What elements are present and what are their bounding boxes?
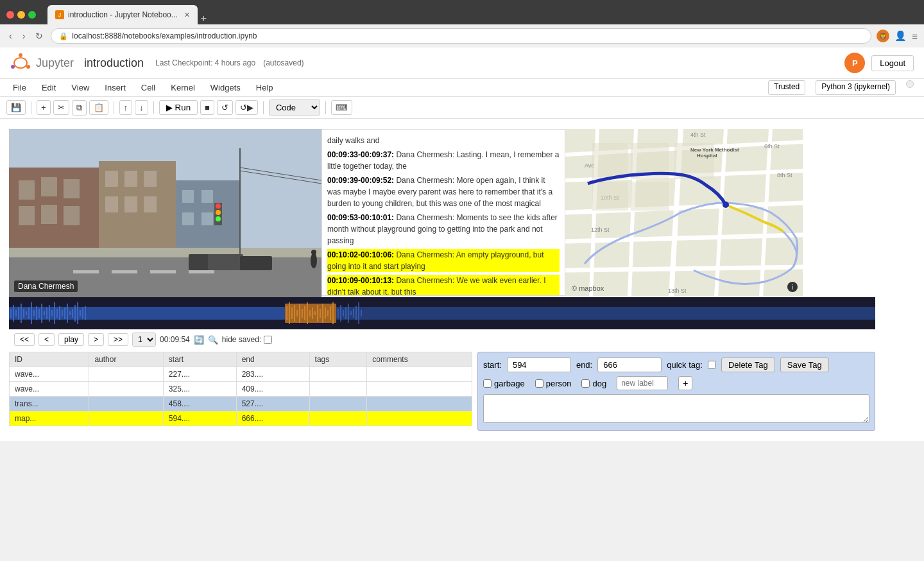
svg-rect-96: [77, 302, 78, 324]
svg-rect-6: [19, 180, 35, 200]
save-button[interactable]: 💾: [6, 100, 26, 115]
comments-textarea[interactable]: [483, 394, 869, 423]
next-button[interactable]: >: [88, 333, 104, 346]
end-input[interactable]: [597, 358, 662, 372]
checkpoint-status: Last Checkpoint: 4 hours ago: [155, 58, 255, 67]
svg-point-0: [19, 53, 22, 57]
dog-label[interactable]: dog: [581, 379, 606, 388]
close-traffic-light[interactable]: [6, 11, 14, 19]
interrupt-button[interactable]: ■: [200, 100, 214, 115]
cell-tags: [309, 397, 367, 411]
svg-rect-17: [124, 196, 137, 212]
svg-rect-21: [201, 190, 213, 203]
cut-cell-button[interactable]: ✂: [53, 100, 69, 115]
garbage-checkbox[interactable]: [483, 379, 492, 388]
speed-select[interactable]: 1: [132, 332, 156, 347]
jupyter-brand: Jupyter: [36, 56, 74, 70]
table-tagpanel-row: ID author start end tags comments: [9, 352, 875, 431]
keyboard-shortcut-button[interactable]: ⌨: [331, 100, 352, 115]
trusted-label: Trusted: [768, 80, 805, 95]
cell-type-select[interactable]: Code: [269, 99, 320, 116]
person-label[interactable]: person: [535, 379, 572, 388]
browser-tab-active[interactable]: J introduction - Jupyter Noteboo... ✕: [47, 5, 198, 24]
svg-rect-114: [320, 309, 321, 318]
transcript-panel[interactable]: daily walks and 00:09:33-00:09:37: Dana …: [321, 129, 565, 296]
autosave-icon: 🔄: [194, 335, 204, 345]
menu-kernel[interactable]: Kernel: [168, 80, 198, 95]
svg-rect-14: [124, 171, 137, 187]
garbage-text: garbage: [494, 379, 525, 388]
menu-widgets[interactable]: Widgets: [208, 80, 243, 95]
table-row[interactable]: wave... 227.... 283....: [10, 367, 472, 382]
person-text: person: [546, 379, 572, 388]
run-icon: ▶: [166, 103, 173, 112]
restart-button[interactable]: ↺: [217, 100, 233, 115]
play-button[interactable]: play: [58, 333, 84, 346]
svg-rect-112: [314, 311, 316, 315]
mapbox-attribution: © mapbox: [572, 284, 604, 292]
save-tag-button[interactable]: Save Tag: [780, 358, 829, 372]
col-header-end: end: [236, 352, 309, 367]
svg-rect-111: [312, 307, 313, 319]
dog-checkbox[interactable]: [581, 379, 590, 388]
logout-button[interactable]: Logout: [871, 55, 914, 71]
svg-rect-8: [64, 179, 80, 198]
tab-bar: J introduction - Jupyter Noteboo... ✕ +: [47, 5, 918, 24]
svg-rect-98: [82, 307, 83, 319]
forward-button[interactable]: ›: [20, 30, 28, 42]
new-tab-button[interactable]: +: [201, 13, 207, 24]
add-cell-button[interactable]: +: [37, 100, 51, 115]
menu-edit[interactable]: Edit: [39, 80, 58, 95]
table-row[interactable]: trans... 458.... 527....: [10, 397, 472, 411]
garbage-label[interactable]: garbage: [483, 379, 525, 388]
cell-start: 325....: [163, 382, 236, 397]
address-bar[interactable]: 🔒 localhost:8888/notebooks/examples/intr…: [51, 28, 871, 44]
svg-rect-88: [56, 309, 58, 318]
svg-rect-10: [41, 205, 57, 224]
move-down-button[interactable]: ↓: [135, 100, 148, 115]
move-up-button[interactable]: ↑: [119, 100, 133, 115]
restart-run-button[interactable]: ↺▶: [235, 100, 258, 115]
menu-file[interactable]: File: [10, 80, 29, 95]
hide-saved-checkbox[interactable]: [264, 336, 272, 344]
quick-tag-checkbox[interactable]: [708, 361, 716, 369]
svg-rect-106: [299, 304, 300, 323]
table-row-selected[interactable]: map... 594.... 666....: [10, 411, 472, 426]
svg-rect-124: [345, 307, 346, 319]
add-label-button[interactable]: +: [678, 376, 692, 390]
time-display: 00:09:54: [160, 335, 190, 344]
menu-cell[interactable]: Cell: [139, 80, 158, 95]
tag-panel: start: end: quick tag: Delete Tag Save T…: [477, 352, 875, 431]
delete-tag-button[interactable]: Delete Tag: [721, 358, 775, 372]
person-checkbox[interactable]: [535, 379, 543, 388]
svg-point-36: [216, 216, 221, 221]
cell-content-area: Dana Chermesh daily walks and 00:09:33-0…: [3, 126, 924, 433]
svg-rect-81: [38, 309, 40, 318]
paste-cell-button[interactable]: 📋: [89, 100, 108, 115]
map-info-icon[interactable]: i: [787, 282, 798, 292]
last-button[interactable]: >>: [108, 333, 128, 346]
tab-close-button[interactable]: ✕: [184, 11, 190, 19]
brave-shield-icon[interactable]: 🦁: [877, 30, 889, 42]
speaker-label: Dana Chermesh: [14, 280, 78, 292]
refresh-button[interactable]: ↻: [33, 30, 46, 42]
svg-rect-105: [296, 310, 298, 316]
svg-rect-120: [336, 307, 875, 320]
menu-view[interactable]: View: [69, 80, 92, 95]
copy-cell-button[interactable]: ⧉: [72, 100, 87, 116]
maximize-traffic-light[interactable]: [28, 11, 36, 19]
minimize-traffic-light[interactable]: [17, 11, 25, 19]
back-button[interactable]: ‹: [6, 30, 15, 42]
new-label-input[interactable]: [617, 376, 668, 390]
svg-rect-22: [182, 212, 194, 225]
start-input[interactable]: [507, 358, 571, 372]
dog-text: dog: [592, 379, 606, 388]
first-button[interactable]: <<: [14, 333, 35, 346]
menu-help[interactable]: Help: [253, 80, 276, 95]
prev-button[interactable]: <: [38, 333, 55, 346]
menu-insert[interactable]: Insert: [102, 80, 128, 95]
run-button[interactable]: ▶ Run: [159, 100, 198, 115]
table-row[interactable]: wave... 325.... 409....: [10, 382, 472, 397]
svg-point-67: [723, 202, 729, 208]
waveform-container[interactable]: /* generated in SVG */: [9, 297, 875, 329]
